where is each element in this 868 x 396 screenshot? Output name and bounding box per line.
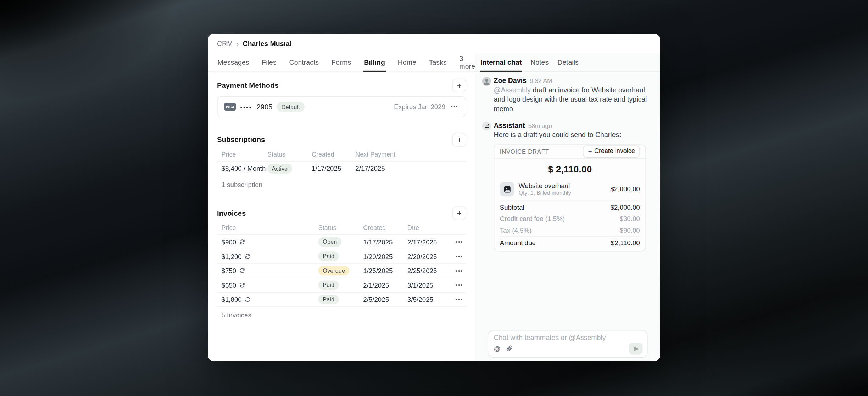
subscription-row[interactable]: $8,400 / Month Active 1/17/2025 2/17/202… [217,162,466,176]
tab-billing[interactable]: Billing [363,53,386,72]
mention-icon[interactable]: @ [494,345,501,352]
subscriptions-count: 1 subscription [217,176,466,193]
add-invoice-button[interactable]: + [452,206,466,220]
col-created: Created [359,224,403,231]
breadcrumb-root[interactable]: CRM [217,40,233,47]
invoice-due: 2/17/2025 [403,238,450,246]
side-panel: Internal chat Notes Details [475,53,660,361]
composer-area: @ [482,330,653,361]
chat-composer[interactable]: @ [488,330,647,358]
breadcrumb: CRM › Charles Musial [208,34,660,53]
plus-icon: + [588,148,592,155]
recurring-icon [245,296,251,302]
col-created: Created [307,151,351,157]
line-item-amount: $2,000.00 [610,185,640,193]
tab-files[interactable]: Files [261,53,277,72]
summary-value: $2,000.00 [610,203,640,211]
tab-contracts[interactable]: Contracts [289,53,319,72]
row-menu-button[interactable]: ••• [455,281,464,289]
visa-icon: VISA [224,103,236,111]
avatar [482,77,491,86]
invoice-due: 2/20/2025 [403,253,450,260]
breadcrumb-current: Charles Musial [243,40,292,47]
invoice-due: 3/1/2025 [403,281,450,289]
tab-forms[interactable]: Forms [331,53,351,72]
send-icon [633,345,639,352]
summary-row: Tax (4.5%) $90.00 [494,225,645,236]
tab-notes[interactable]: Notes [530,53,549,72]
image-placeholder-icon [500,182,514,197]
payment-method-card[interactable]: VISA •••• 2905 Default Expires Jan 2029 … [217,96,466,117]
message-text: @Assembly draft an invoice for Website o… [494,86,649,114]
assembly-logo-icon [484,123,490,129]
row-menu-button[interactable]: ••• [455,253,464,260]
add-subscription-button[interactable]: + [452,132,466,146]
row-menu-button[interactable]: ••• [455,295,464,303]
chat-input[interactable] [494,334,643,343]
assistant-avatar [482,121,491,130]
tab-home[interactable]: Home [397,53,417,72]
subscription-created: 1/17/2025 [307,165,351,172]
invoice-price: $1,200 [221,253,241,260]
invoice-price: $750 [221,267,236,275]
row-menu-button[interactable]: ••• [455,238,464,246]
invoice-price: $650 [221,281,236,289]
invoice-due: 2/25/2025 [403,267,450,275]
tab-details[interactable]: Details [557,53,579,72]
tab-internal-chat[interactable]: Internal chat [480,53,522,72]
invoice-row[interactable]: $1,200 Paid 1/20/2025 2/20/2025 ••• [217,249,466,264]
status-badge: Overdue [318,266,350,275]
attachment-icon[interactable] [506,345,513,352]
invoice-due: 3/5/2025 [403,295,450,303]
payment-method-menu-button[interactable]: ••• [450,103,459,111]
invoice-row[interactable]: $900 Open 1/17/2025 2/17/2025 ••• [217,235,466,250]
message-author: Assistant [494,121,525,130]
invoice-created: 1/20/2025 [359,253,403,260]
person-photo-icon [482,77,491,86]
add-payment-method-button[interactable]: + [452,78,466,92]
invoice-created: 2/1/2025 [359,281,403,289]
invoice-row[interactable]: $650 Paid 2/1/2025 3/1/2025 ••• [217,278,466,293]
summary-value: $30.00 [619,215,640,223]
status-badge: Open [318,237,341,247]
main-tabs: Messages Files Contracts Forms Billing H… [208,53,475,72]
summary-label: Subtotal [500,203,524,211]
tab-more-label: 3 more [460,55,476,70]
invoice-row[interactable]: $1,800 Paid 2/5/2025 3/5/2025 ••• [217,293,466,307]
subscriptions-table-header: Price Status Created Next Payment [217,147,466,162]
invoice-created: 2/5/2025 [359,295,403,303]
summary-row: Credit card fee (1.5%) $30.00 [494,213,645,225]
summary-label: Credit card fee (1.5%) [500,215,565,223]
create-invoice-button[interactable]: + Create invoice [583,145,640,158]
invoice-draft-label: INVOICE DRAFT [500,148,549,155]
breadcrumb-separator-icon: › [237,40,239,47]
status-badge: Active [267,164,292,173]
recurring-icon [239,268,245,274]
invoice-line-item: Website overhaul Qty: 1, Billed monthly … [494,181,645,198]
row-menu-button[interactable]: ••• [455,267,464,275]
status-badge: Paid [318,280,339,290]
chat-thread: Zoe Davis 9:32 AM @Assembly draft an inv… [475,72,660,361]
summary-label: Tax (4.5%) [500,226,532,234]
invoice-price: $1,800 [221,295,241,303]
create-invoice-label: Create invoice [594,148,635,155]
invoice-created: 1/17/2025 [359,238,403,246]
invoices-table: Price Status Created Due $900 [217,221,466,323]
invoices-title: Invoices [217,209,246,217]
tab-messages[interactable]: Messages [217,53,250,72]
message-time: 9:32 AM [530,76,552,85]
amount-due-label: Amount due [500,239,536,247]
summary-value: $90.00 [619,226,640,234]
subscription-price: $8,400 / Month [217,165,263,172]
main-panel: Messages Files Contracts Forms Billing H… [208,53,475,361]
message-author: Zoe Davis [494,76,527,85]
status-badge: Paid [318,295,339,304]
col-status: Status [263,151,307,157]
invoice-row[interactable]: $750 Overdue 1/25/2025 2/25/2025 ••• [217,264,466,278]
mention[interactable]: @Assembly [494,86,531,94]
col-price: Price [217,224,314,231]
default-badge: Default [277,102,304,112]
recurring-icon [245,253,251,259]
send-button[interactable] [629,343,643,355]
tab-tasks[interactable]: Tasks [428,53,447,72]
